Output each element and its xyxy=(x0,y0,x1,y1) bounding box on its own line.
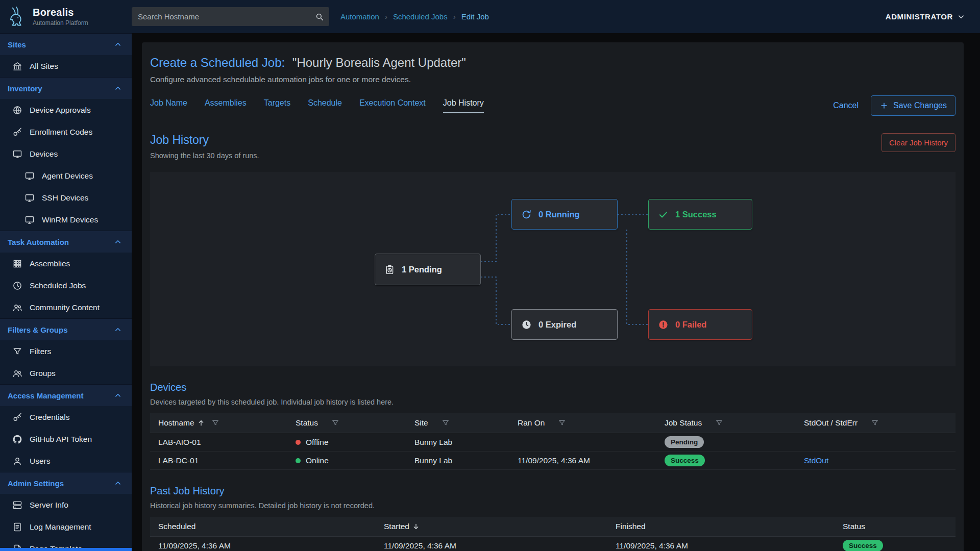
section-label: Task Automation xyxy=(8,238,69,246)
column-hostname[interactable]: Hostname xyxy=(150,418,287,428)
groups-icon xyxy=(12,368,22,379)
expired-clock-icon xyxy=(521,319,532,330)
flow-box-expired[interactable]: 0 Expired xyxy=(511,309,618,340)
sidebar-item-community-content[interactable]: Community Content xyxy=(0,296,132,318)
tab-job-name[interactable]: Job Name xyxy=(150,98,187,113)
sidebar-scrollbar[interactable] xyxy=(0,548,132,551)
clear-job-history-button[interactable]: Clear Job History xyxy=(881,133,955,152)
breadcrumb-automation[interactable]: Automation xyxy=(340,12,379,21)
sidebar-item-credentials[interactable]: Credentials xyxy=(0,406,132,428)
filter-icon[interactable] xyxy=(558,419,566,427)
sidebar-item-enrollment-codes[interactable]: Enrollment Codes xyxy=(0,121,132,143)
filter-icon[interactable] xyxy=(331,419,339,427)
column-status[interactable]: Status xyxy=(287,418,406,428)
server-icon xyxy=(12,500,22,510)
sidebar-item-scheduled-jobs[interactable]: Scheduled Jobs xyxy=(0,274,132,296)
sidebar-item-devices[interactable]: Devices xyxy=(0,143,132,165)
save-changes-button[interactable]: Save Changes xyxy=(871,95,955,116)
column-ran-on[interactable]: Ran On xyxy=(509,418,656,428)
column-status[interactable]: Status xyxy=(835,522,955,531)
cell-status: Success xyxy=(835,540,955,551)
devices-heading: Devices xyxy=(150,382,955,393)
stdout-link[interactable]: StdOut xyxy=(804,456,828,465)
column-stdout-stderr[interactable]: StdOut / StdErr xyxy=(796,418,955,428)
sidebar-item-assemblies[interactable]: Assemblies xyxy=(0,253,132,274)
chevron-up-icon xyxy=(113,84,122,93)
column-finished[interactable]: Finished xyxy=(607,522,835,531)
search-box xyxy=(132,7,329,26)
job-history-note: Showing the last 30 days of runs. xyxy=(150,152,259,160)
past-history-table: Scheduled Started Finished Status xyxy=(150,517,955,551)
column-site[interactable]: Site xyxy=(406,418,509,428)
chevron-up-icon xyxy=(113,40,122,49)
sidebar-section-sites[interactable]: Sites xyxy=(0,33,132,55)
clock-icon xyxy=(12,281,22,291)
status-badge: Pending xyxy=(665,436,704,448)
error-icon xyxy=(658,319,669,330)
check-icon xyxy=(658,209,669,220)
column-started[interactable]: Started xyxy=(376,522,607,531)
log-icon xyxy=(12,522,22,532)
devices-table-header: Hostname Status Site xyxy=(150,413,955,433)
chevron-up-icon xyxy=(113,479,122,488)
monitor-icon xyxy=(24,171,35,181)
people-icon xyxy=(12,303,22,313)
chevron-up-icon xyxy=(113,391,122,400)
sidebar-item-device-approvals[interactable]: Device Approvals xyxy=(0,99,132,121)
user-menu[interactable]: ADMINISTRATOR xyxy=(886,12,966,21)
sidebar-item-ssh-devices[interactable]: SSH Devices xyxy=(0,187,132,209)
sidebar-item-filters[interactable]: Filters xyxy=(0,340,132,362)
flow-box-running[interactable]: 0 Running xyxy=(511,199,618,230)
section-label: Filters & Groups xyxy=(8,325,68,334)
flow-box-success[interactable]: 1 Success xyxy=(648,199,752,230)
column-scheduled[interactable]: Scheduled xyxy=(150,522,376,531)
nav-item-label: Filters xyxy=(30,347,51,356)
filter-icon[interactable] xyxy=(442,419,450,427)
sidebar-item-users[interactable]: Users xyxy=(0,450,132,472)
search-input[interactable] xyxy=(132,7,329,26)
sidebar-item-server-info[interactable]: Server Info xyxy=(0,494,132,516)
tab-targets[interactable]: Targets xyxy=(264,98,290,113)
tab-execution-context[interactable]: Execution Context xyxy=(359,98,426,113)
sidebar-item-agent-devices[interactable]: Agent Devices xyxy=(0,165,132,187)
filter-icon[interactable] xyxy=(211,419,219,427)
filter-icon[interactable] xyxy=(871,419,879,427)
column-label: Site xyxy=(414,418,428,428)
sort-asc-icon xyxy=(197,419,205,427)
cancel-button[interactable]: Cancel xyxy=(833,101,859,110)
devices-note: Devices targeted by this scheduled job. … xyxy=(150,398,955,406)
app-root: Borealis Automation Platform Automation … xyxy=(0,0,980,551)
filter-icon xyxy=(12,346,22,357)
breadcrumb-scheduled-jobs[interactable]: Scheduled Jobs xyxy=(393,12,448,21)
sidebar-section-inventory[interactable]: Inventory xyxy=(0,77,132,99)
sort-desc-icon xyxy=(412,522,420,531)
column-label: StdOut / StdErr xyxy=(804,418,857,428)
sidebar-item-log-management[interactable]: Log Management xyxy=(0,516,132,538)
flow-box-failed[interactable]: 0 Failed xyxy=(648,309,752,340)
status-badge: Success xyxy=(843,540,883,551)
sidebar-item-github-api-token[interactable]: GitHub API Token xyxy=(0,428,132,450)
column-job-status[interactable]: Job Status xyxy=(656,418,796,428)
past-history-note: Historical job history summaries. Detail… xyxy=(150,502,955,510)
sidebar-section-task-automation[interactable]: Task Automation xyxy=(0,231,132,253)
sidebar-item-winrm-devices[interactable]: WinRM Devices xyxy=(0,209,132,231)
flow-box-pending[interactable]: 1 Pending xyxy=(375,254,481,285)
nav-item-label: Credentials xyxy=(30,413,69,422)
tab-job-history[interactable]: Job History xyxy=(443,98,484,113)
sidebar-item-groups[interactable]: Groups xyxy=(0,362,132,384)
section-label: Sites xyxy=(8,40,26,49)
filter-icon[interactable] xyxy=(715,419,723,427)
sidebar-section-filters-groups[interactable]: Filters & Groups xyxy=(0,318,132,340)
flow-label-failed: 0 Failed xyxy=(675,320,706,330)
sidebar-section-access-management[interactable]: Access Management xyxy=(0,384,132,406)
pending-clipboard-icon xyxy=(384,264,395,275)
table-row: 11/09/2025, 4:36 AM 11/09/2025, 4:36 AM … xyxy=(150,537,955,551)
sidebar-item-all-sites[interactable]: All Sites xyxy=(0,55,132,77)
cell-finished: 11/09/2025, 4:36 AM xyxy=(607,541,835,550)
sidebar-section-admin-settings[interactable]: Admin Settings xyxy=(0,472,132,494)
tab-schedule[interactable]: Schedule xyxy=(308,98,342,113)
tab-assemblies[interactable]: Assemblies xyxy=(205,98,247,113)
monitor-icon xyxy=(24,193,35,203)
main-area: Create a Scheduled Job: "Hourly Borealis… xyxy=(132,33,980,551)
status-text: Offline xyxy=(306,438,329,447)
